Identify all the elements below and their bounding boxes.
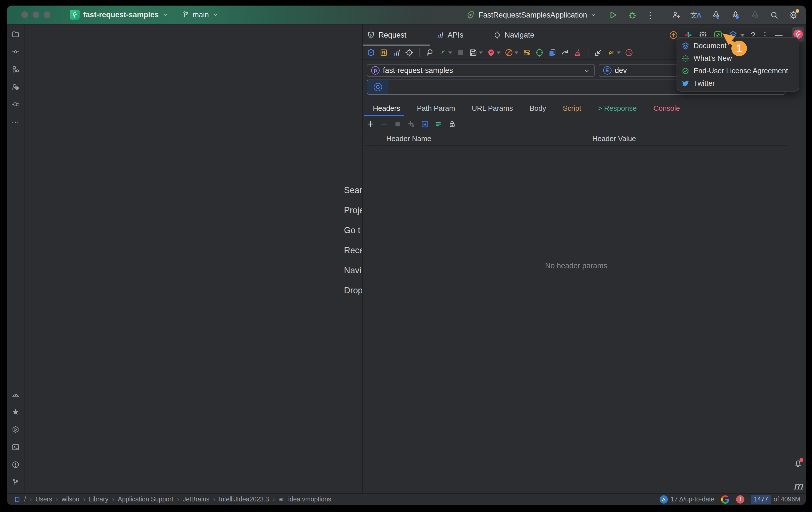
- breadcrumb-item[interactable]: IntelliJIdea2023.3: [219, 495, 269, 503]
- remove-header-button[interactable]: [380, 120, 388, 128]
- toggle-switches-button[interactable]: [522, 48, 531, 57]
- import-button[interactable]: [594, 48, 603, 57]
- rocket-run-button[interactable]: [711, 10, 721, 20]
- project-widget[interactable]: fast-request-samples: [70, 10, 168, 20]
- error-indicator[interactable]: !: [736, 495, 745, 504]
- maven-tool-button[interactable]: m: [790, 480, 806, 492]
- history-button[interactable]: [625, 48, 634, 57]
- zoom-button[interactable]: [44, 11, 50, 18]
- learn-tool-button[interactable]: ?: [11, 82, 20, 91]
- menu-item-eula[interactable]: End-User License Agreement: [677, 64, 799, 77]
- tab-script[interactable]: Script: [563, 104, 581, 113]
- breadcrumb-item[interactable]: Library: [89, 495, 108, 503]
- editor-shortcut-line: Sear: [344, 185, 362, 195]
- minimize-button[interactable]: [32, 11, 39, 18]
- close-button[interactable]: [21, 11, 28, 18]
- breadcrumb-item[interactable]: /: [24, 495, 26, 503]
- request-tab-bar: Headers Path Param URL Params Body Scrip…: [362, 100, 790, 116]
- lock-button[interactable]: [448, 120, 456, 128]
- method-badge[interactable]: G: [367, 80, 388, 94]
- breadcrumb-item[interactable]: idea.vmoptions: [288, 495, 331, 503]
- project-config-button[interactable]: [367, 48, 375, 57]
- profiler-tool-button[interactable]: [11, 390, 20, 399]
- bookmarks-tool-button[interactable]: [11, 408, 20, 416]
- breadcrumb-item[interactable]: Users: [35, 495, 52, 503]
- run-config-widget[interactable]: FastRequestSamplesApplication: [466, 10, 597, 20]
- send-request-button[interactable]: [438, 48, 452, 57]
- tab-url-params[interactable]: URL Params: [472, 104, 513, 113]
- whats-new-badge-icon: NEW: [681, 54, 690, 63]
- add-child-button[interactable]: [407, 120, 415, 128]
- table-column-header-value[interactable]: Header Value: [586, 132, 787, 145]
- settings-button[interactable]: [789, 10, 798, 20]
- project-select-value: fast-request-samples: [383, 66, 453, 75]
- right-tool-stripe: m: [790, 25, 806, 493]
- align-lines-icon[interactable]: [434, 120, 443, 128]
- breadcrumb-item[interactable]: wilson: [61, 495, 79, 503]
- services-tool-button[interactable]: [11, 425, 20, 434]
- table-column-header-name[interactable]: Header Name: [380, 132, 586, 145]
- add-header-button[interactable]: [366, 120, 375, 128]
- terminal-tool-button[interactable]: [11, 443, 20, 452]
- redo-curve-button[interactable]: [561, 48, 570, 57]
- navigate-button[interactable]: [405, 48, 414, 57]
- swagger-export-button[interactable]: [487, 48, 500, 57]
- breadcrumb-item[interactable]: Application Support: [118, 495, 173, 503]
- header-type-button[interactable]: H: [421, 120, 429, 128]
- tab-request[interactable]: Request: [367, 31, 407, 39]
- memory-indicator[interactable]: 1477 of 4096M: [751, 495, 800, 504]
- project-select[interactable]: p fast-request-samples: [367, 64, 595, 77]
- branch-widget[interactable]: main: [182, 10, 219, 19]
- branch-name: main: [193, 10, 209, 19]
- debug-button[interactable]: [628, 10, 637, 20]
- git-tool-button[interactable]: [11, 478, 20, 487]
- tab-console[interactable]: Console: [654, 104, 680, 113]
- translate-button[interactable]: 文A: [691, 11, 701, 19]
- tab-response[interactable]: > Response: [598, 104, 637, 113]
- editor-shortcut-line: Go t: [344, 225, 360, 235]
- tab-navigate[interactable]: Navigate: [493, 31, 534, 39]
- project-tool-button[interactable]: [11, 30, 20, 39]
- chevron-down-icon: [212, 12, 218, 18]
- run-config-name: FastRequestSamplesApplication: [478, 11, 587, 20]
- chevron-down-icon: [497, 52, 500, 54]
- commit-tool-button[interactable]: [11, 47, 20, 56]
- apis-list-button[interactable]: [392, 48, 401, 57]
- structure-tool-button[interactable]: [11, 65, 20, 74]
- link-button[interactable]: [607, 48, 621, 57]
- breadcrumb-item[interactable]: JetBrains: [183, 495, 209, 503]
- add-user-button[interactable]: [672, 10, 680, 20]
- tab-headers[interactable]: Headers: [373, 104, 400, 113]
- rocket-cloud-button[interactable]: [750, 10, 760, 20]
- tab-body[interactable]: Body: [529, 104, 546, 113]
- search-everywhere-button[interactable]: [770, 10, 779, 20]
- project-badge-icon: p: [371, 66, 380, 75]
- settings-sliders-button[interactable]: [379, 48, 388, 57]
- search-code-button[interactable]: [426, 48, 434, 57]
- clean-broom-button[interactable]: [573, 48, 582, 57]
- run-button[interactable]: [608, 10, 618, 20]
- plugin-tool-button[interactable]: [11, 100, 20, 109]
- tab-apis[interactable]: APIs: [436, 31, 464, 39]
- error-mark: !: [740, 496, 742, 503]
- notifications-button[interactable]: [793, 459, 803, 468]
- menu-item-twitter[interactable]: Twitter: [677, 77, 799, 89]
- stop-button[interactable]: [456, 48, 465, 57]
- upgrade-button[interactable]: [669, 30, 678, 40]
- more-tools-button[interactable]: ⋯: [11, 117, 20, 126]
- rocket-debug-button[interactable]: [731, 10, 740, 20]
- vcs-status-widget[interactable]: 17 Δ/up-to-date: [660, 495, 715, 504]
- save-button[interactable]: [469, 48, 483, 57]
- clear-headers-button[interactable]: [394, 120, 402, 128]
- api-doc-pen-button[interactable]: [504, 48, 518, 57]
- scan-target-button[interactable]: [535, 48, 544, 57]
- tab-path-param[interactable]: Path Param: [417, 104, 455, 113]
- run-more-kebab-button[interactable]: ⋮: [646, 10, 654, 20]
- copy-button[interactable]: [548, 48, 557, 57]
- ellipsis-icon: ⋯: [12, 117, 20, 127]
- google-icon[interactable]: [721, 495, 729, 504]
- env-badge-icon: E: [603, 66, 611, 75]
- problems-tool-button[interactable]: [11, 460, 20, 469]
- active-request-tab-underline: [364, 115, 404, 116]
- annotation-arrow-badge: 1: [706, 25, 767, 64]
